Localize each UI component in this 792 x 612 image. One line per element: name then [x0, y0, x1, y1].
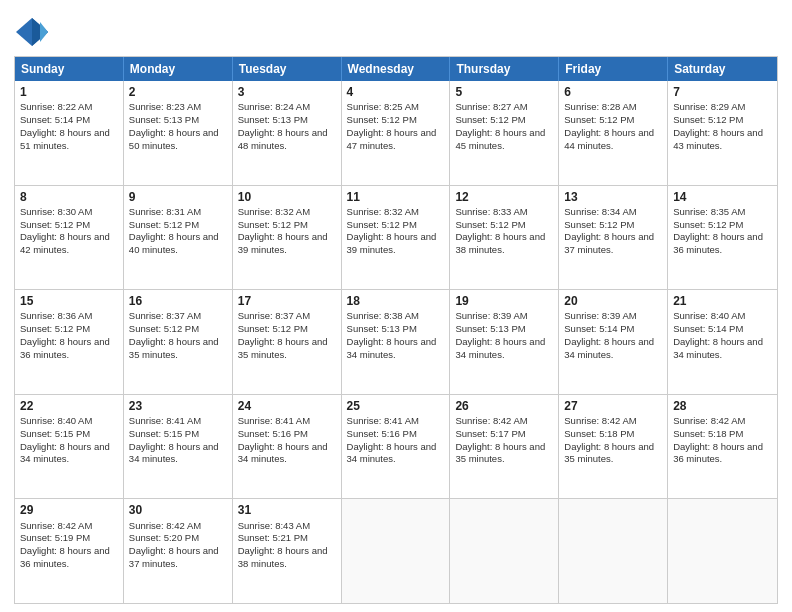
daylight-label: Daylight: 8 hours and 42 minutes.	[20, 231, 110, 255]
daylight-label: Daylight: 8 hours and 43 minutes.	[673, 127, 763, 151]
day-number: 1	[20, 84, 118, 100]
day-cell-12: 12Sunrise: 8:33 AMSunset: 5:12 PMDayligh…	[450, 186, 559, 290]
day-number: 13	[564, 189, 662, 205]
day-number: 16	[129, 293, 227, 309]
sunrise-label: Sunrise: 8:23 AM	[129, 101, 201, 112]
sunrise-label: Sunrise: 8:38 AM	[347, 310, 419, 321]
day-number: 10	[238, 189, 336, 205]
calendar-week-3: 15Sunrise: 8:36 AMSunset: 5:12 PMDayligh…	[15, 290, 777, 395]
day-cell-9: 9Sunrise: 8:31 AMSunset: 5:12 PMDaylight…	[124, 186, 233, 290]
header-day-wednesday: Wednesday	[342, 57, 451, 81]
day-number: 30	[129, 502, 227, 518]
daylight-label: Daylight: 8 hours and 35 minutes.	[455, 441, 545, 465]
daylight-label: Daylight: 8 hours and 35 minutes.	[129, 336, 219, 360]
day-cell-18: 18Sunrise: 8:38 AMSunset: 5:13 PMDayligh…	[342, 290, 451, 394]
day-cell-8: 8Sunrise: 8:30 AMSunset: 5:12 PMDaylight…	[15, 186, 124, 290]
sunset-label: Sunset: 5:12 PM	[347, 114, 417, 125]
sunrise-label: Sunrise: 8:40 AM	[673, 310, 745, 321]
daylight-label: Daylight: 8 hours and 34 minutes.	[347, 441, 437, 465]
sunrise-label: Sunrise: 8:32 AM	[238, 206, 310, 217]
calendar-week-1: 1Sunrise: 8:22 AMSunset: 5:14 PMDaylight…	[15, 81, 777, 186]
sunrise-label: Sunrise: 8:30 AM	[20, 206, 92, 217]
day-cell-29: 29Sunrise: 8:42 AMSunset: 5:19 PMDayligh…	[15, 499, 124, 603]
sunset-label: Sunset: 5:13 PM	[238, 114, 308, 125]
day-number: 22	[20, 398, 118, 414]
day-number: 9	[129, 189, 227, 205]
daylight-label: Daylight: 8 hours and 37 minutes.	[129, 545, 219, 569]
daylight-label: Daylight: 8 hours and 38 minutes.	[238, 545, 328, 569]
day-cell-19: 19Sunrise: 8:39 AMSunset: 5:13 PMDayligh…	[450, 290, 559, 394]
day-number: 4	[347, 84, 445, 100]
calendar: SundayMondayTuesdayWednesdayThursdayFrid…	[14, 56, 778, 604]
sunrise-label: Sunrise: 8:22 AM	[20, 101, 92, 112]
page: SundayMondayTuesdayWednesdayThursdayFrid…	[0, 0, 792, 612]
day-cell-14: 14Sunrise: 8:35 AMSunset: 5:12 PMDayligh…	[668, 186, 777, 290]
sunset-label: Sunset: 5:15 PM	[20, 428, 90, 439]
day-number: 14	[673, 189, 772, 205]
daylight-label: Daylight: 8 hours and 34 minutes.	[564, 336, 654, 360]
day-number: 26	[455, 398, 553, 414]
day-number: 6	[564, 84, 662, 100]
day-cell-13: 13Sunrise: 8:34 AMSunset: 5:12 PMDayligh…	[559, 186, 668, 290]
day-cell-17: 17Sunrise: 8:37 AMSunset: 5:12 PMDayligh…	[233, 290, 342, 394]
empty-cell	[559, 499, 668, 603]
sunset-label: Sunset: 5:12 PM	[20, 219, 90, 230]
sunset-label: Sunset: 5:21 PM	[238, 532, 308, 543]
daylight-label: Daylight: 8 hours and 36 minutes.	[673, 441, 763, 465]
day-number: 27	[564, 398, 662, 414]
sunset-label: Sunset: 5:13 PM	[455, 323, 525, 334]
daylight-label: Daylight: 8 hours and 34 minutes.	[129, 441, 219, 465]
sunrise-label: Sunrise: 8:27 AM	[455, 101, 527, 112]
day-number: 3	[238, 84, 336, 100]
sunrise-label: Sunrise: 8:39 AM	[564, 310, 636, 321]
sunrise-label: Sunrise: 8:35 AM	[673, 206, 745, 217]
day-number: 21	[673, 293, 772, 309]
sunset-label: Sunset: 5:12 PM	[20, 323, 90, 334]
daylight-label: Daylight: 8 hours and 48 minutes.	[238, 127, 328, 151]
sunrise-label: Sunrise: 8:36 AM	[20, 310, 92, 321]
sunrise-label: Sunrise: 8:37 AM	[238, 310, 310, 321]
empty-cell	[342, 499, 451, 603]
sunset-label: Sunset: 5:12 PM	[238, 219, 308, 230]
day-cell-24: 24Sunrise: 8:41 AMSunset: 5:16 PMDayligh…	[233, 395, 342, 499]
day-cell-21: 21Sunrise: 8:40 AMSunset: 5:14 PMDayligh…	[668, 290, 777, 394]
sunset-label: Sunset: 5:12 PM	[455, 114, 525, 125]
sunrise-label: Sunrise: 8:25 AM	[347, 101, 419, 112]
sunset-label: Sunset: 5:20 PM	[129, 532, 199, 543]
day-cell-20: 20Sunrise: 8:39 AMSunset: 5:14 PMDayligh…	[559, 290, 668, 394]
sunrise-label: Sunrise: 8:43 AM	[238, 520, 310, 531]
day-number: 2	[129, 84, 227, 100]
daylight-label: Daylight: 8 hours and 35 minutes.	[238, 336, 328, 360]
sunset-label: Sunset: 5:16 PM	[347, 428, 417, 439]
sunset-label: Sunset: 5:13 PM	[129, 114, 199, 125]
day-cell-25: 25Sunrise: 8:41 AMSunset: 5:16 PMDayligh…	[342, 395, 451, 499]
day-number: 25	[347, 398, 445, 414]
sunrise-label: Sunrise: 8:42 AM	[455, 415, 527, 426]
day-cell-10: 10Sunrise: 8:32 AMSunset: 5:12 PMDayligh…	[233, 186, 342, 290]
sunrise-label: Sunrise: 8:40 AM	[20, 415, 92, 426]
sunrise-label: Sunrise: 8:34 AM	[564, 206, 636, 217]
header	[14, 10, 778, 50]
daylight-label: Daylight: 8 hours and 34 minutes.	[455, 336, 545, 360]
day-number: 23	[129, 398, 227, 414]
day-cell-26: 26Sunrise: 8:42 AMSunset: 5:17 PMDayligh…	[450, 395, 559, 499]
day-cell-28: 28Sunrise: 8:42 AMSunset: 5:18 PMDayligh…	[668, 395, 777, 499]
sunset-label: Sunset: 5:15 PM	[129, 428, 199, 439]
sunset-label: Sunset: 5:12 PM	[129, 323, 199, 334]
calendar-body: 1Sunrise: 8:22 AMSunset: 5:14 PMDaylight…	[15, 81, 777, 603]
sunset-label: Sunset: 5:12 PM	[564, 114, 634, 125]
header-day-saturday: Saturday	[668, 57, 777, 81]
calendar-header: SundayMondayTuesdayWednesdayThursdayFrid…	[15, 57, 777, 81]
day-cell-15: 15Sunrise: 8:36 AMSunset: 5:12 PMDayligh…	[15, 290, 124, 394]
header-day-thursday: Thursday	[450, 57, 559, 81]
sunset-label: Sunset: 5:14 PM	[673, 323, 743, 334]
day-cell-5: 5Sunrise: 8:27 AMSunset: 5:12 PMDaylight…	[450, 81, 559, 185]
day-number: 20	[564, 293, 662, 309]
day-number: 19	[455, 293, 553, 309]
sunrise-label: Sunrise: 8:33 AM	[455, 206, 527, 217]
sunset-label: Sunset: 5:12 PM	[129, 219, 199, 230]
header-day-sunday: Sunday	[15, 57, 124, 81]
daylight-label: Daylight: 8 hours and 39 minutes.	[238, 231, 328, 255]
sunset-label: Sunset: 5:14 PM	[564, 323, 634, 334]
day-number: 8	[20, 189, 118, 205]
